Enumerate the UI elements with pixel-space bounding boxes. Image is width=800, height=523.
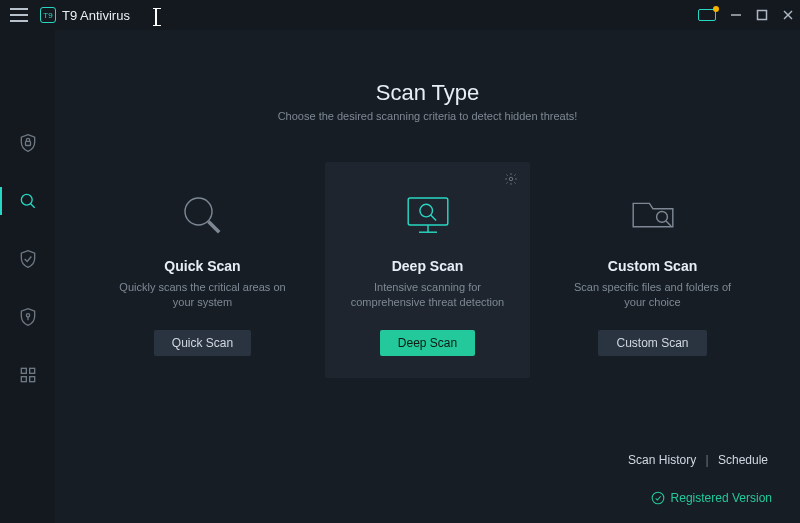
svg-line-6 bbox=[30, 204, 34, 208]
maximize-button[interactable] bbox=[756, 9, 768, 21]
svg-rect-16 bbox=[408, 198, 448, 225]
deep-scan-button[interactable]: Deep Scan bbox=[380, 330, 475, 356]
main-panel: Scan Type Choose the desired scanning cr… bbox=[55, 30, 800, 523]
svg-rect-12 bbox=[29, 377, 34, 382]
card-desc: Quickly scans the critical areas on your… bbox=[114, 280, 291, 312]
card-title: Deep Scan bbox=[339, 258, 516, 274]
card-title: Custom Scan bbox=[564, 258, 741, 274]
svg-rect-11 bbox=[21, 377, 26, 382]
page-title: Scan Type bbox=[85, 80, 770, 106]
search-icon bbox=[18, 191, 38, 211]
shield-check-icon bbox=[18, 249, 38, 269]
sidebar-item-privacy[interactable] bbox=[0, 299, 55, 335]
svg-point-19 bbox=[419, 204, 432, 217]
svg-rect-4 bbox=[25, 141, 30, 145]
schedule-link[interactable]: Schedule bbox=[718, 453, 768, 467]
window-controls bbox=[698, 9, 794, 21]
svg-rect-9 bbox=[21, 368, 26, 373]
scan-cards: Quick Scan Quickly scans the critical ar… bbox=[85, 162, 770, 378]
svg-line-14 bbox=[208, 221, 219, 232]
gear-icon bbox=[504, 172, 518, 186]
shield-key-icon bbox=[18, 307, 38, 327]
sidebar-item-scan[interactable] bbox=[0, 183, 55, 219]
registered-badge: Registered Version bbox=[651, 491, 772, 505]
close-button[interactable] bbox=[782, 9, 794, 21]
svg-line-20 bbox=[430, 215, 435, 220]
page-subtitle: Choose the desired scanning criteria to … bbox=[85, 110, 770, 122]
sidebar-item-tools[interactable] bbox=[0, 357, 55, 393]
svg-point-7 bbox=[26, 314, 29, 317]
grid-icon bbox=[18, 365, 38, 385]
svg-point-15 bbox=[509, 177, 513, 181]
folder-search-icon bbox=[564, 186, 741, 246]
svg-line-22 bbox=[666, 221, 671, 226]
scan-history-link[interactable]: Scan History bbox=[628, 453, 696, 467]
text-cursor bbox=[155, 8, 157, 26]
card-quick-scan[interactable]: Quick Scan Quickly scans the critical ar… bbox=[100, 162, 305, 378]
shield-lock-icon bbox=[18, 133, 38, 153]
card-deep-scan[interactable]: Deep Scan Intensive scanning for compreh… bbox=[325, 162, 530, 378]
card-desc: Intensive scanning for comprehensive thr… bbox=[339, 280, 516, 312]
sidebar-item-protection[interactable] bbox=[0, 241, 55, 277]
card-custom-scan[interactable]: Custom Scan Scan specific files and fold… bbox=[550, 162, 755, 378]
svg-point-23 bbox=[652, 492, 664, 504]
sidebar-item-status[interactable] bbox=[0, 125, 55, 161]
separator: | bbox=[705, 453, 708, 467]
footer-links: Scan History | Schedule bbox=[628, 453, 768, 467]
minimize-button[interactable] bbox=[730, 9, 742, 21]
card-title: Quick Scan bbox=[114, 258, 291, 274]
magnifier-icon bbox=[114, 186, 291, 246]
app-logo: T9 bbox=[40, 7, 56, 23]
monitor-scan-icon bbox=[339, 186, 516, 246]
credit-card-icon[interactable] bbox=[698, 9, 716, 21]
card-settings-button[interactable] bbox=[504, 172, 518, 190]
custom-scan-button[interactable]: Custom Scan bbox=[598, 330, 706, 356]
app-title: T9 Antivirus bbox=[62, 8, 130, 23]
quick-scan-button[interactable]: Quick Scan bbox=[154, 330, 251, 356]
svg-rect-1 bbox=[758, 11, 767, 20]
svg-point-21 bbox=[656, 212, 667, 223]
check-circle-icon bbox=[651, 491, 665, 505]
card-desc: Scan specific files and folders of your … bbox=[564, 280, 741, 312]
menu-button[interactable] bbox=[10, 8, 28, 22]
sidebar bbox=[0, 30, 55, 523]
svg-rect-10 bbox=[29, 368, 34, 373]
titlebar: T9 T9 Antivirus bbox=[0, 0, 800, 30]
svg-point-5 bbox=[21, 194, 32, 205]
svg-point-13 bbox=[185, 198, 212, 225]
registered-label: Registered Version bbox=[671, 491, 772, 505]
